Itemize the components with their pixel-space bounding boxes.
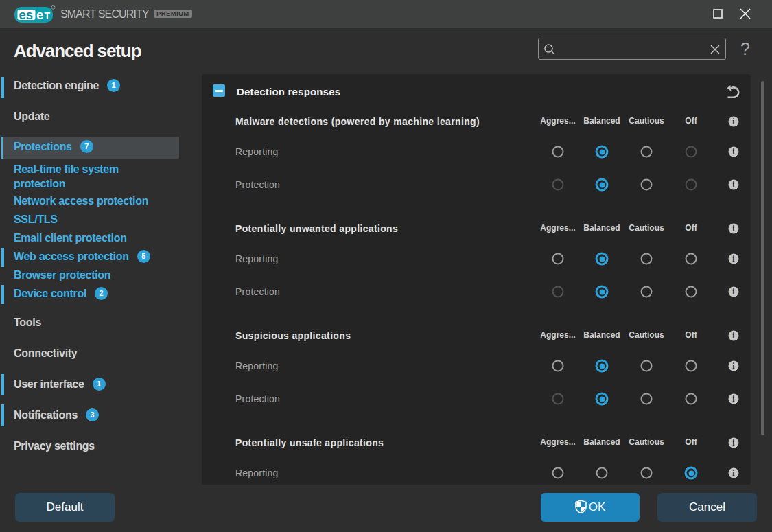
svg-text:es: es [19,8,34,22]
svg-text:e: e [36,8,43,22]
svg-text:T: T [45,10,51,21]
